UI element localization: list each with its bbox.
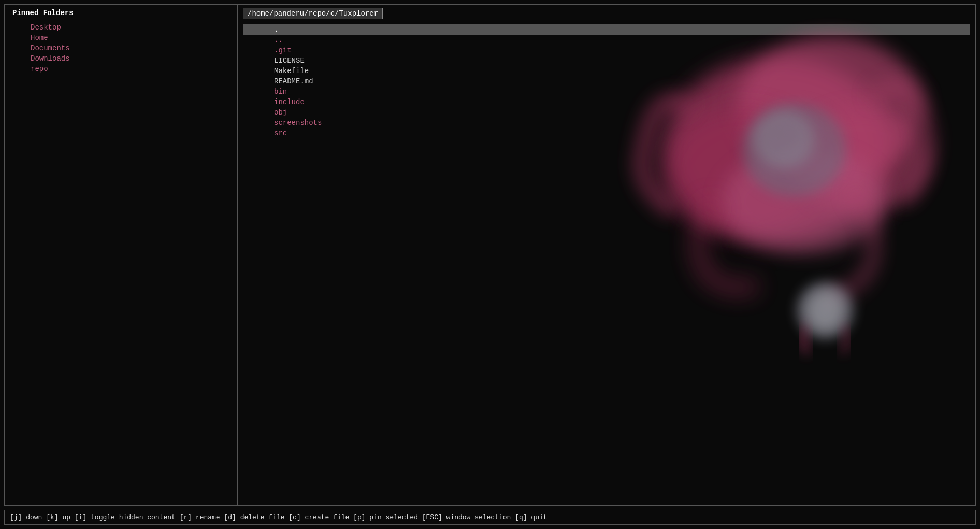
- left-panel: Pinned Folders Desktop Home Documents Do…: [5, 5, 238, 505]
- file-item-screenshots[interactable]: screenshots: [243, 118, 970, 128]
- sidebar-item-home[interactable]: Home: [10, 33, 232, 43]
- file-item-bin[interactable]: bin: [243, 87, 970, 97]
- file-item-git[interactable]: .git: [243, 45, 970, 55]
- status-text: [j] down [k] up [i] toggle hidden conten…: [10, 513, 547, 521]
- sidebar-item-downloads[interactable]: Downloads: [10, 53, 232, 64]
- status-bar: [j] down [k] up [i] toggle hidden conten…: [4, 510, 976, 525]
- file-item-license[interactable]: LICENSE: [243, 55, 970, 66]
- sidebar-item-desktop[interactable]: Desktop: [10, 22, 232, 33]
- file-item-dotdot[interactable]: ..: [243, 35, 970, 45]
- sidebar-item-documents[interactable]: Documents: [10, 43, 232, 53]
- pinned-folders-list: Desktop Home Documents Downloads repo: [10, 22, 232, 74]
- main-area: Pinned Folders Desktop Home Documents Do…: [4, 4, 976, 506]
- right-panel: /home/panderu/repo/c/Tuxplorer . .. .git…: [238, 5, 975, 505]
- svg-point-7: [797, 282, 854, 339]
- current-path: /home/panderu/repo/c/Tuxplorer: [243, 8, 383, 19]
- file-item-readme[interactable]: README.md: [243, 76, 970, 87]
- file-item-include[interactable]: include: [243, 97, 970, 107]
- file-item-makefile[interactable]: Makefile: [243, 66, 970, 76]
- left-panel-title: Pinned Folders: [10, 8, 76, 18]
- svg-point-8: [807, 291, 843, 330]
- file-item-obj[interactable]: obj: [243, 107, 970, 118]
- file-item-src[interactable]: src: [243, 128, 970, 138]
- svg-point-4: [722, 150, 887, 253]
- sidebar-item-repo[interactable]: repo: [10, 64, 232, 74]
- file-list: . .. .git LICENSE Makefile README.md bin…: [243, 24, 970, 138]
- file-item-current[interactable]: .: [243, 24, 970, 35]
